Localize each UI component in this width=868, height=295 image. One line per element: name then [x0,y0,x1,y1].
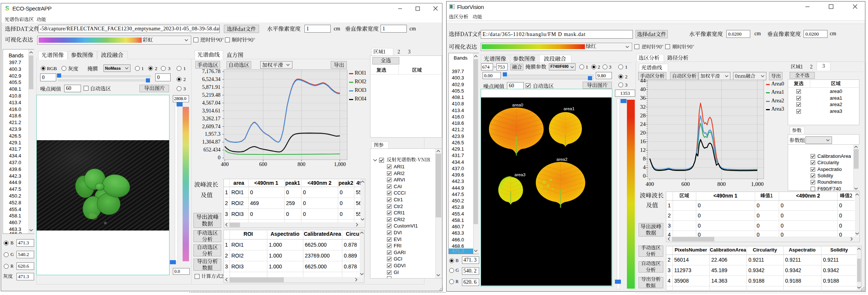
svg-text:area0: area0 [512,103,523,107]
svg-text:area2: area2 [556,157,567,162]
svg-text:area3: area3 [514,172,525,177]
svg-text:area1: area1 [564,106,574,111]
